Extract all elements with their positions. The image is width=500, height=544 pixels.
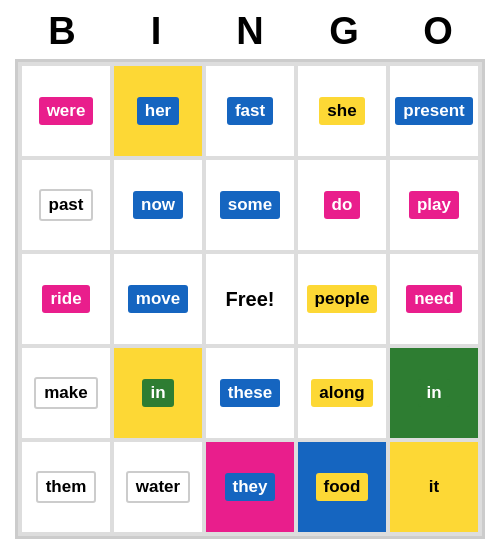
cell-r2-c3[interactable]: people	[298, 254, 386, 344]
cell-r4-c0[interactable]: them	[22, 442, 110, 532]
word-tag: make	[34, 377, 97, 409]
cell-r2-c4[interactable]: need	[390, 254, 478, 344]
word-tag: need	[406, 285, 462, 313]
cell-r3-c4[interactable]: in	[390, 348, 478, 438]
cell-r0-c1[interactable]: her	[114, 66, 202, 156]
cell-r4-c4[interactable]: it	[390, 442, 478, 532]
word-tag: do	[324, 191, 361, 219]
cell-r1-c3[interactable]: do	[298, 160, 386, 250]
free-cell: Free!	[226, 288, 275, 311]
word-tag: present	[395, 97, 472, 125]
word-tag: play	[409, 191, 459, 219]
word-tag: in	[418, 379, 449, 407]
word-tag: move	[128, 285, 188, 313]
bingo-grid: wereherfastshepresentpastnowsomedoplayri…	[15, 59, 485, 539]
cell-r2-c2[interactable]: Free!	[206, 254, 294, 344]
cell-r2-c0[interactable]: ride	[22, 254, 110, 344]
word-tag: she	[319, 97, 364, 125]
word-tag: ride	[42, 285, 89, 313]
cell-r1-c1[interactable]: now	[114, 160, 202, 250]
word-tag: them	[36, 471, 97, 503]
cell-r3-c2[interactable]: these	[206, 348, 294, 438]
word-tag: some	[220, 191, 280, 219]
bingo-letter-b: B	[18, 10, 106, 53]
cell-r0-c3[interactable]: she	[298, 66, 386, 156]
bingo-letter-i: I	[112, 10, 200, 53]
cell-r3-c3[interactable]: along	[298, 348, 386, 438]
word-tag: these	[220, 379, 280, 407]
word-tag: were	[39, 97, 94, 125]
cell-r0-c0[interactable]: were	[22, 66, 110, 156]
cell-r4-c2[interactable]: they	[206, 442, 294, 532]
cell-r1-c4[interactable]: play	[390, 160, 478, 250]
word-tag: along	[311, 379, 372, 407]
cell-r4-c1[interactable]: water	[114, 442, 202, 532]
bingo-header: BINGO	[15, 10, 485, 53]
word-tag: her	[137, 97, 179, 125]
word-tag: in	[142, 379, 173, 407]
bingo-letter-n: N	[206, 10, 294, 53]
word-tag: now	[133, 191, 183, 219]
word-tag: it	[421, 473, 447, 501]
cell-r1-c0[interactable]: past	[22, 160, 110, 250]
cell-r4-c3[interactable]: food	[298, 442, 386, 532]
bingo-letter-o: O	[394, 10, 482, 53]
word-tag: people	[307, 285, 378, 313]
cell-r2-c1[interactable]: move	[114, 254, 202, 344]
cell-r3-c1[interactable]: in	[114, 348, 202, 438]
word-tag: they	[225, 473, 276, 501]
bingo-letter-g: G	[300, 10, 388, 53]
word-tag: fast	[227, 97, 273, 125]
cell-r3-c0[interactable]: make	[22, 348, 110, 438]
cell-r0-c2[interactable]: fast	[206, 66, 294, 156]
cell-r1-c2[interactable]: some	[206, 160, 294, 250]
cell-r0-c4[interactable]: present	[390, 66, 478, 156]
word-tag: past	[39, 189, 94, 221]
word-tag: food	[316, 473, 369, 501]
word-tag: water	[126, 471, 190, 503]
